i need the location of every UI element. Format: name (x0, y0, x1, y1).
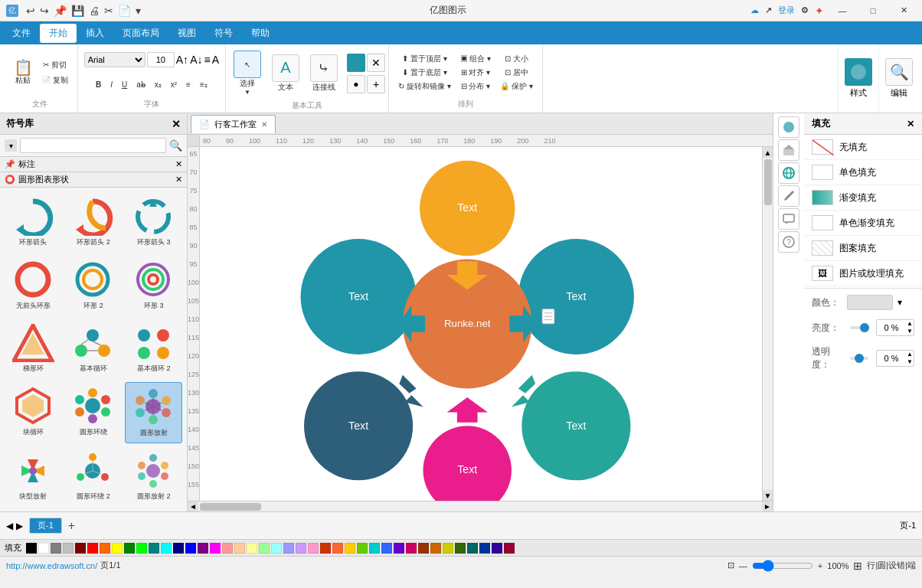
palette-swatch-12[interactable] (173, 543, 184, 554)
circle-shape-button[interactable]: ● (347, 75, 365, 93)
fill-option-none[interactable]: 无填充 (804, 135, 922, 160)
palette-swatch-38[interactable] (492, 543, 502, 554)
palette-swatch-0[interactable] (26, 543, 37, 554)
palette-swatch-24[interactable] (320, 543, 331, 554)
font-size-input[interactable] (147, 52, 175, 67)
text-color-icon[interactable]: A (212, 54, 219, 66)
transparency-up-icon[interactable]: ▲ (906, 351, 914, 358)
login-button[interactable]: 登录 (778, 5, 795, 16)
palette-swatch-36[interactable] (467, 543, 478, 554)
page-tab-1[interactable]: 页-1 (29, 518, 62, 534)
page-next-icon[interactable]: ▶ (16, 521, 23, 531)
fill-option-gradient[interactable]: 渐变填充 (804, 185, 922, 211)
close-button[interactable]: ✕ (891, 0, 916, 21)
strikethrough-button[interactable]: ab̶ (132, 78, 149, 91)
menu-item-help[interactable]: 帮助 (242, 24, 279, 43)
maximize-button[interactable]: □ (861, 0, 885, 21)
palette-swatch-35[interactable] (455, 543, 466, 554)
scroll-thumb-h[interactable] (200, 503, 261, 511)
shape-circle-surround[interactable]: 圆形环绕 (65, 382, 123, 444)
plugin-icon[interactable]: ✦ (815, 5, 824, 17)
pen-icon-btn[interactable] (778, 185, 799, 207)
shape-ring3[interactable]: 环形 3 (125, 256, 182, 316)
list-button[interactable]: ≡ (182, 78, 195, 91)
palette-swatch-33[interactable] (430, 543, 441, 554)
tab-close-button[interactable]: ✕ (261, 120, 267, 129)
shape-block-radiate[interactable]: 块型放射 (5, 446, 62, 507)
cloud-icon[interactable]: ☁ (750, 5, 759, 15)
comment-icon-btn[interactable] (778, 208, 799, 230)
brightness-down-icon[interactable]: ▼ (906, 328, 914, 335)
category-annotation[interactable]: 📌 标注 ✕ (0, 157, 187, 172)
subscript-button[interactable]: x₂ (151, 78, 165, 91)
palette-swatch-22[interactable] (296, 543, 306, 554)
rotate-button[interactable]: ↻ 旋转和镜像 ▾ (395, 80, 454, 93)
shape-ring-arrow2[interactable]: 环形箭头 2 (65, 192, 123, 253)
numberedlist-button[interactable]: ≡₂ (196, 78, 211, 91)
send-to-back-button[interactable]: ⬇ 置于底层 ▾ (395, 67, 454, 79)
palette-swatch-13[interactable] (185, 543, 196, 554)
help-icon-btn[interactable]: ? (778, 231, 799, 253)
fill-style-icon-btn[interactable] (778, 116, 799, 138)
undo-button[interactable]: ↩ (25, 4, 37, 18)
scroll-up-button[interactable]: ▲ (763, 147, 773, 158)
symbol-panel-close-icon[interactable]: ✕ (172, 118, 181, 130)
palette-swatch-7[interactable] (112, 543, 123, 554)
scroll-left-button[interactable]: ◄ (188, 501, 198, 512)
fill-option-solid[interactable]: 单色填充 (804, 160, 922, 185)
pin-button[interactable]: 📌 (52, 4, 68, 18)
shape-basic-cycle2[interactable]: 基本循环 2 (125, 318, 182, 379)
fit-page-icon[interactable]: ⊡ (727, 560, 734, 570)
select-tool-button[interactable]: ↖ 选择 ▼ (229, 47, 266, 99)
menu-item-home[interactable]: 开始 (40, 24, 77, 43)
palette-swatch-5[interactable] (87, 543, 98, 554)
fill-color-swatch[interactable] (847, 295, 893, 310)
fill-option-pattern[interactable]: 图案填充 (804, 236, 922, 261)
paste-button[interactable]: 📋 粘贴 (9, 57, 37, 88)
scroll-thumb-v[interactable] (764, 159, 772, 205)
zoom-out-icon[interactable]: — (739, 561, 747, 570)
palette-swatch-29[interactable] (381, 543, 392, 554)
shape-ring-arrow3[interactable]: 环形箭头 3 (125, 192, 182, 253)
palette-swatch-15[interactable] (210, 543, 221, 554)
copy-icon[interactable]: 📄 (116, 4, 132, 18)
shape-circle-radiate[interactable]: 圆形放射 (125, 382, 182, 444)
menu-item-page-layout[interactable]: 页面布局 (113, 24, 168, 43)
palette-swatch-6[interactable] (100, 543, 110, 554)
category-circle-chart[interactable]: ⭕ 圆形图表形状 ✕ (0, 172, 187, 188)
globe-icon-btn[interactable] (778, 162, 799, 184)
palette-swatch-16[interactable] (222, 543, 233, 554)
underline-button[interactable]: U (118, 78, 131, 91)
palette-swatch-27[interactable] (357, 543, 368, 554)
shape-trapezoid-ring[interactable]: 梯形环 (5, 318, 62, 379)
symbol-dropdown-icon[interactable]: ▾ (5, 139, 17, 152)
text-tool-button[interactable]: A 文本 (267, 51, 304, 96)
fill-panel-close-icon[interactable]: ✕ (907, 119, 914, 129)
shape-basic-cycle[interactable]: 基本循环 (65, 318, 123, 379)
palette-swatch-18[interactable] (247, 543, 257, 554)
palette-swatch-17[interactable] (234, 543, 245, 554)
distribute-button[interactable]: ⊟ 分布 ▾ (457, 80, 495, 93)
palette-swatch-10[interactable] (149, 543, 159, 554)
palette-swatch-30[interactable] (394, 543, 404, 554)
page-prev-icon[interactable]: ◀ (6, 521, 13, 531)
shape-ring2[interactable]: 环形 2 (65, 256, 123, 316)
palette-swatch-34[interactable] (443, 543, 453, 554)
palette-swatch-39[interactable] (504, 543, 515, 554)
menu-item-symbol[interactable]: 符号 (205, 24, 242, 43)
bold-button[interactable]: B (92, 78, 105, 91)
url-link[interactable]: http://www.edrawsoft.cn/ (6, 561, 97, 570)
font-family-select[interactable]: Arial (84, 52, 145, 67)
annotation-close-icon[interactable]: ✕ (175, 159, 182, 169)
redo-button[interactable]: ↪ (38, 4, 51, 18)
shape-circle-radiate2[interactable]: 圆形放射 2 (125, 446, 182, 507)
shape-circle-surround2[interactable]: 圆形环绕 2 (65, 446, 123, 507)
palette-swatch-28[interactable] (369, 543, 380, 554)
symbol-search-input[interactable] (20, 138, 166, 153)
palette-swatch-32[interactable] (418, 543, 429, 554)
palette-swatch-23[interactable] (308, 543, 319, 554)
fill-brightness-slider[interactable] (850, 326, 868, 329)
palette-swatch-31[interactable] (406, 543, 417, 554)
add-page-button[interactable]: + (68, 519, 75, 533)
palette-swatch-3[interactable] (63, 543, 74, 554)
